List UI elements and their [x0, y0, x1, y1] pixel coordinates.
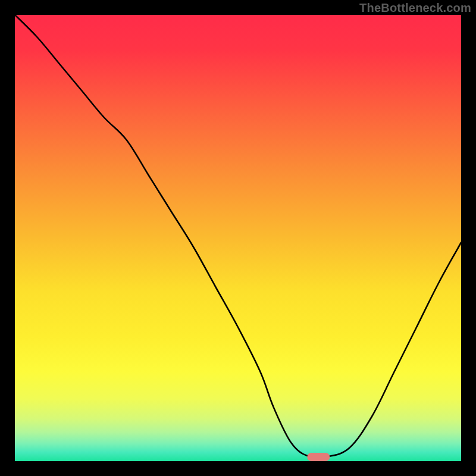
- optimal-marker: [307, 453, 330, 461]
- attribution-text: TheBottleneck.com: [359, 1, 471, 15]
- plot-area: [15, 15, 461, 461]
- bottleneck-curve: [15, 15, 461, 461]
- curve-path: [15, 15, 461, 458]
- chart-frame: TheBottleneck.com: [0, 0, 476, 476]
